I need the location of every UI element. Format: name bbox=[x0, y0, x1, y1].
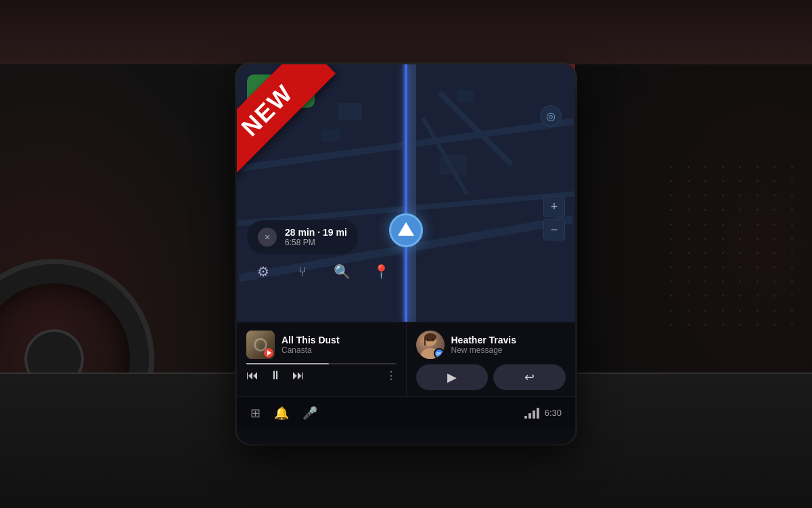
svg-rect-4 bbox=[424, 337, 426, 345]
music-title: All This Dust bbox=[281, 335, 340, 345]
music-text: All This Dust Canasta bbox=[281, 335, 340, 355]
nav-road: 101 N bbox=[277, 94, 301, 102]
sys-left-icons: ⊞ 🔔 🎤 bbox=[250, 406, 317, 421]
route-icon: ⑂ bbox=[298, 264, 307, 280]
next-button[interactable]: ⏭ bbox=[292, 368, 304, 383]
route-button[interactable]: ⑂ bbox=[290, 259, 315, 284]
message-info: ✉ Heather Travis New message bbox=[416, 331, 566, 359]
message-text: Heather Travis New message bbox=[451, 335, 517, 355]
svg-point-6 bbox=[432, 339, 434, 341]
signal-bar-2 bbox=[528, 413, 531, 419]
music-info: All This Dust Canasta bbox=[246, 331, 397, 359]
pin-button[interactable]: 📍 bbox=[368, 259, 394, 284]
svg-point-5 bbox=[426, 339, 428, 341]
map-area[interactable]: ← 2 mi 101 N ◎ + − × 28 min · 19 mi 6:58… bbox=[237, 64, 575, 322]
notifications-button[interactable]: 🔔 bbox=[274, 406, 289, 421]
zoom-controls: + − bbox=[543, 196, 565, 240]
nav-info: 2 mi 101 N bbox=[277, 80, 301, 102]
zoom-out-button[interactable]: − bbox=[543, 219, 565, 240]
music-progress-bar bbox=[246, 363, 397, 364]
mic-button[interactable]: 🎤 bbox=[302, 406, 317, 421]
speaker-grille bbox=[670, 166, 805, 335]
apps-button[interactable]: ⊞ bbox=[250, 406, 261, 421]
message-card[interactable]: ✉ Heather Travis New message ▶ ↩ bbox=[407, 322, 576, 396]
zoom-in-button[interactable]: + bbox=[543, 196, 565, 217]
turn-arrow-icon: ← bbox=[256, 83, 271, 100]
album-art bbox=[246, 331, 275, 359]
signal-bar-1 bbox=[524, 416, 527, 419]
svg-marker-0 bbox=[267, 350, 271, 356]
message-app-badge: ✉ bbox=[434, 348, 445, 359]
message-preview: New message bbox=[451, 345, 517, 355]
reply-icon: ↩ bbox=[524, 370, 535, 385]
eta-close-button[interactable]: × bbox=[258, 228, 277, 247]
interior-top bbox=[0, 0, 812, 64]
settings-icon: ⚙ bbox=[257, 263, 269, 280]
play-icon: ▶ bbox=[447, 370, 457, 385]
nav-cursor bbox=[389, 213, 423, 247]
search-icon: 🔍 bbox=[334, 263, 351, 280]
music-card[interactable]: All This Dust Canasta ⏮ ⏸ ⏭ ⋮ bbox=[237, 322, 407, 396]
message-actions: ▶ ↩ bbox=[416, 364, 566, 390]
reply-message-button[interactable]: ↩ bbox=[493, 364, 566, 390]
pin-icon: 📍 bbox=[373, 263, 390, 280]
eta-time: 28 min · 19 mi bbox=[285, 227, 347, 238]
system-bar: ⊞ 🔔 🎤 6:30 bbox=[237, 396, 575, 429]
contact-avatar: ✉ bbox=[416, 331, 445, 359]
music-app-icon bbox=[264, 348, 273, 358]
play-pause-button[interactable]: ⏸ bbox=[269, 368, 281, 383]
signal-strength bbox=[524, 408, 539, 419]
gps-button[interactable]: ◎ bbox=[540, 105, 562, 127]
more-button[interactable]: ⋮ bbox=[386, 369, 397, 382]
eta-info: 28 min · 19 mi 6:58 PM bbox=[285, 227, 347, 247]
search-button[interactable]: 🔍 bbox=[329, 259, 355, 284]
music-artist: Canasta bbox=[281, 345, 340, 355]
music-progress-fill bbox=[246, 363, 329, 364]
nav-distance: 2 mi bbox=[277, 80, 301, 94]
music-controls: ⏮ ⏸ ⏭ ⋮ bbox=[246, 368, 397, 383]
eta-panel: × 28 min · 19 mi 6:58 PM bbox=[247, 220, 358, 254]
sys-right-status: 6:30 bbox=[524, 408, 562, 419]
nav-direction-panel: ← 2 mi 101 N bbox=[247, 75, 315, 108]
bottom-cards: All This Dust Canasta ⏮ ⏸ ⏭ ⋮ bbox=[237, 322, 575, 396]
eta-arrival: 6:58 PM bbox=[285, 238, 347, 247]
signal-bar-3 bbox=[533, 410, 535, 419]
map-toolbar: ⚙ ⑂ 🔍 📍 bbox=[237, 259, 575, 284]
android-auto-screen: ← 2 mi 101 N ◎ + − × 28 min · 19 mi 6:58… bbox=[237, 64, 575, 444]
nav-arrow-icon bbox=[398, 222, 414, 236]
settings-button[interactable]: ⚙ bbox=[250, 259, 276, 284]
signal-bar-4 bbox=[537, 408, 539, 419]
svg-point-3 bbox=[424, 333, 436, 341]
sender-name: Heather Travis bbox=[451, 335, 517, 345]
prev-button[interactable]: ⏮ bbox=[246, 368, 258, 383]
play-message-button[interactable]: ▶ bbox=[416, 364, 489, 390]
system-time: 6:30 bbox=[545, 408, 562, 418]
